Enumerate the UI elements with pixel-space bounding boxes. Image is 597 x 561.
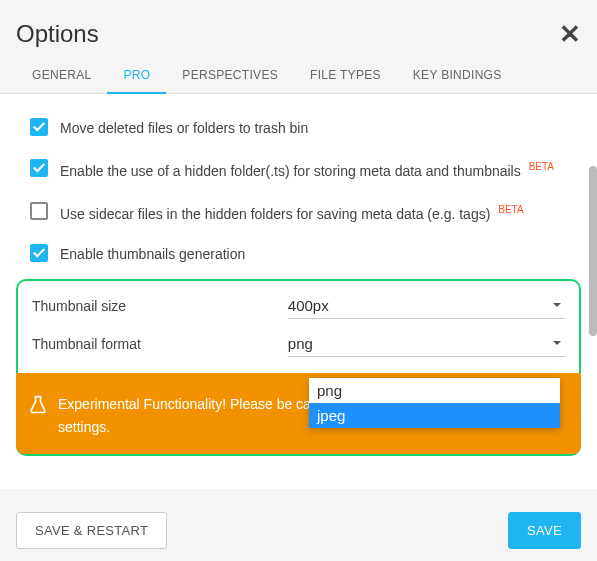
label-thumbs: Enable thumbnails generation — [60, 244, 581, 265]
close-icon[interactable]: ✕ — [559, 21, 581, 47]
tabs: GENERAL PRO PERSPECTIVES FILE TYPES KEY … — [0, 58, 597, 94]
thumbnail-size-select[interactable]: 400px — [288, 293, 565, 319]
beta-badge: BETA — [498, 204, 523, 215]
option-trash-row: Move deleted files or folders to trash b… — [16, 108, 581, 149]
thumbnail-format-select[interactable]: png — [288, 331, 565, 357]
label-trash: Move deleted files or folders to trash b… — [60, 118, 581, 139]
checkbox-sidecar[interactable] — [30, 202, 48, 220]
format-dropdown: png jpeg — [309, 378, 560, 428]
save-restart-button[interactable]: SAVE & RESTART — [16, 512, 167, 549]
label-hidden-folder: Enable the use of a hidden folder(.ts) f… — [60, 159, 581, 182]
thumbnail-format-label: Thumbnail format — [32, 336, 288, 352]
thumbnail-size-value: 400px — [288, 297, 329, 314]
option-hidden-folder-row: Enable the use of a hidden folder(.ts) f… — [16, 149, 581, 192]
dropdown-option-png[interactable]: png — [309, 378, 560, 403]
flask-icon — [28, 395, 48, 415]
tab-perspectives[interactable]: PERSPECTIVES — [166, 58, 294, 93]
dialog-title: Options — [16, 20, 99, 48]
save-button[interactable]: SAVE — [508, 512, 581, 549]
options-dialog: Options ✕ GENERAL PRO PERSPECTIVES FILE … — [0, 0, 597, 561]
scrollbar-track[interactable] — [587, 96, 597, 491]
thumbnail-format-row: Thumbnail format png — [18, 327, 579, 365]
checkbox-thumbs[interactable] — [30, 244, 48, 262]
highlight-box: Thumbnail size 400px Thumbnail format pn… — [16, 279, 581, 456]
tab-file-types[interactable]: FILE TYPES — [294, 58, 397, 93]
thumbnail-size-row: Thumbnail size 400px — [18, 289, 579, 327]
dialog-header: Options ✕ — [0, 0, 597, 58]
checkbox-hidden-folder[interactable] — [30, 159, 48, 177]
tab-pro[interactable]: PRO — [107, 58, 166, 94]
checkbox-trash[interactable] — [30, 118, 48, 136]
dropdown-option-jpeg[interactable]: jpeg — [309, 403, 560, 428]
option-thumbs-row: Enable thumbnails generation — [16, 234, 581, 275]
content-panel: Move deleted files or folders to trash b… — [0, 94, 597, 489]
thumbnail-format-value: png — [288, 335, 313, 352]
tab-general[interactable]: GENERAL — [16, 58, 107, 93]
tab-key-bindings[interactable]: KEY BINDINGS — [397, 58, 518, 93]
beta-badge: BETA — [529, 161, 554, 172]
option-sidecar-row: Use sidecar files in the hidden folders … — [16, 192, 581, 235]
label-sidecar-text: Use sidecar files in the hidden folders … — [60, 205, 490, 221]
label-hidden-folder-text: Enable the use of a hidden folder(.ts) f… — [60, 163, 521, 179]
scrollbar-thumb[interactable] — [589, 166, 597, 336]
thumbnail-size-label: Thumbnail size — [32, 298, 288, 314]
label-sidecar: Use sidecar files in the hidden folders … — [60, 202, 581, 225]
dialog-footer: SAVE & RESTART SAVE — [0, 500, 597, 561]
